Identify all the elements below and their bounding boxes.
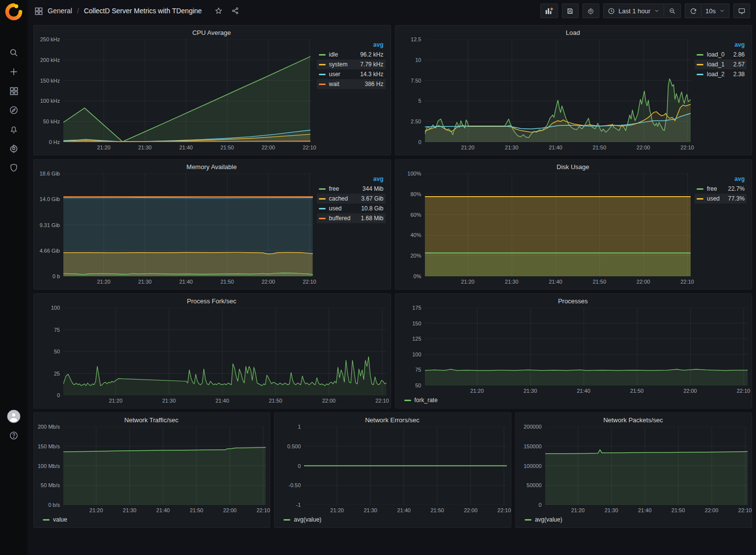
breadcrumb-section[interactable]: General bbox=[48, 7, 72, 15]
series-name: wait bbox=[329, 81, 362, 88]
plot-area[interactable] bbox=[304, 427, 506, 505]
x-tick-label: 22:10 bbox=[303, 279, 316, 285]
zoom-out-time-button[interactable] bbox=[664, 3, 681, 18]
time-range-picker[interactable]: Last 1 hour bbox=[603, 3, 664, 18]
panel-title[interactable]: CPU Average bbox=[37, 28, 387, 39]
chevron-down-icon bbox=[654, 8, 660, 14]
dashboard-settings-button[interactable] bbox=[583, 3, 599, 18]
legend-avg-header: avg bbox=[317, 175, 384, 182]
plot-area[interactable] bbox=[63, 39, 313, 142]
panel-title[interactable]: Disk Usage bbox=[398, 162, 748, 174]
share-icon[interactable] bbox=[231, 7, 239, 15]
y-tick-label: 0 bbox=[298, 463, 301, 469]
refresh-button[interactable] bbox=[685, 3, 701, 18]
legend-item[interactable]: load_02.86 bbox=[695, 50, 747, 59]
plot-area[interactable] bbox=[63, 174, 313, 276]
panel-title[interactable]: Network Errors/sec bbox=[278, 415, 506, 427]
series-avg-value: 3.67 Gib bbox=[361, 195, 383, 202]
sidebar bbox=[0, 0, 28, 555]
y-tick-label: 12.5 bbox=[411, 36, 421, 42]
x-tick-label: 22:00 bbox=[637, 279, 650, 285]
legend-item[interactable]: used10.8 Gib bbox=[317, 204, 386, 213]
panel-title[interactable]: Network Traffic/sec bbox=[37, 415, 266, 427]
processes-legend: fork_rate bbox=[398, 395, 748, 405]
series-color-dash bbox=[697, 74, 703, 75]
x-tick-label: 22:00 bbox=[683, 388, 697, 394]
alerting-bell-icon[interactable] bbox=[0, 120, 28, 138]
x-tick-label: 22:00 bbox=[223, 507, 237, 513]
x-tick-label: 21:20 bbox=[97, 145, 111, 150]
legend-item[interactable]: buffered1.68 Mib bbox=[317, 213, 386, 223]
series-avg-value: 77.3% bbox=[728, 195, 745, 202]
dashboards-icon[interactable] bbox=[0, 82, 28, 100]
y-tick-label: 0 b/s bbox=[48, 502, 60, 508]
series-name[interactable]: avg(value) bbox=[535, 516, 748, 523]
configuration-gear-icon[interactable] bbox=[0, 140, 28, 157]
legend-item[interactable]: load_12.57 bbox=[695, 59, 747, 69]
y-tick-label: 125 bbox=[412, 336, 421, 342]
chart-canvas bbox=[545, 427, 748, 505]
plot-area[interactable] bbox=[425, 39, 691, 142]
series-color-dash[interactable] bbox=[525, 519, 532, 521]
panel-title[interactable]: Load bbox=[398, 28, 748, 39]
breadcrumb: General / CollectD Server Metrics with T… bbox=[34, 7, 239, 15]
legend-avg-header: avg bbox=[695, 175, 745, 182]
y-tick-label: 150000 bbox=[524, 443, 542, 449]
series-name[interactable]: fork_rate bbox=[415, 397, 748, 404]
plot-area[interactable] bbox=[545, 427, 748, 505]
server-admin-shield-icon[interactable] bbox=[0, 159, 28, 176]
x-axis: 21:2021:3021:4021:5022:0022:10 bbox=[63, 505, 266, 515]
series-color-dash bbox=[697, 64, 703, 65]
legend-item[interactable]: used77.3% bbox=[695, 194, 747, 204]
panel-title[interactable]: Network Packets/sec bbox=[519, 415, 748, 427]
x-tick-label: 21:40 bbox=[179, 279, 193, 285]
add-panel-button[interactable] bbox=[540, 3, 558, 18]
save-dashboard-button[interactable] bbox=[562, 3, 579, 18]
search-icon[interactable] bbox=[0, 44, 28, 61]
series-color-dash[interactable] bbox=[283, 519, 290, 521]
grafana-logo[interactable] bbox=[5, 3, 23, 21]
legend-item[interactable]: system7.79 kHz bbox=[317, 59, 386, 69]
legend-item[interactable]: cached3.67 Gib bbox=[317, 194, 386, 204]
series-name: load_0 bbox=[707, 51, 730, 58]
series-color-dash[interactable] bbox=[43, 519, 50, 521]
series-name[interactable]: value bbox=[53, 516, 266, 523]
panel-title[interactable]: Memory Available bbox=[37, 162, 387, 174]
x-tick-label: 22:00 bbox=[261, 279, 275, 285]
x-axis: 21:2021:3021:4021:5022:0022:10 bbox=[545, 505, 748, 515]
time-range-label: Last 1 hour bbox=[618, 7, 650, 15]
x-tick-label: 21:40 bbox=[156, 507, 170, 513]
network-traffic-chart: 200 Mb/s150 Mb/s100 Mb/s50 Mb/s0 b/s21:2… bbox=[37, 427, 266, 515]
legend-item[interactable]: load_22.38 bbox=[695, 69, 747, 79]
legend-item[interactable]: idle96.2 kHz bbox=[317, 50, 386, 59]
x-tick-label: 22:00 bbox=[322, 398, 336, 404]
series-name[interactable]: avg(value) bbox=[294, 516, 506, 523]
chart-canvas bbox=[63, 39, 313, 142]
star-icon[interactable] bbox=[215, 7, 223, 15]
x-tick-label: 22:10 bbox=[680, 279, 694, 285]
create-icon[interactable] bbox=[0, 63, 28, 81]
refresh-interval-picker[interactable]: 10s bbox=[701, 3, 729, 18]
series-color-dash bbox=[697, 54, 703, 56]
cycle-view-mode-button[interactable] bbox=[733, 3, 750, 18]
series-color-dash[interactable] bbox=[404, 400, 411, 401]
legend-avg-header: avg bbox=[695, 41, 745, 48]
legend-item[interactable]: free344 Mib bbox=[317, 184, 386, 194]
explore-icon[interactable] bbox=[0, 101, 28, 119]
panel-title[interactable]: Process Fork/sec bbox=[37, 296, 387, 308]
plot-area[interactable] bbox=[425, 308, 748, 385]
y-tick-label: 50 bbox=[54, 349, 60, 354]
x-tick-label: 21:20 bbox=[461, 145, 475, 150]
legend-item[interactable]: wait386 Hz bbox=[317, 79, 386, 89]
series-color-dash bbox=[319, 74, 326, 75]
panel-network-traffic: Network Traffic/sec 200 Mb/s150 Mb/s100 … bbox=[33, 412, 270, 528]
user-avatar[interactable] bbox=[0, 408, 28, 425]
plot-area[interactable] bbox=[63, 308, 387, 395]
legend-item[interactable]: user14.3 kHz bbox=[317, 69, 386, 79]
y-tick-label: 1 bbox=[298, 424, 301, 430]
panel-title[interactable]: Processes bbox=[398, 296, 748, 308]
legend-item[interactable]: free22.7% bbox=[695, 184, 747, 194]
help-icon[interactable] bbox=[0, 427, 28, 444]
plot-area[interactable] bbox=[425, 174, 691, 276]
plot-area[interactable] bbox=[63, 427, 266, 505]
